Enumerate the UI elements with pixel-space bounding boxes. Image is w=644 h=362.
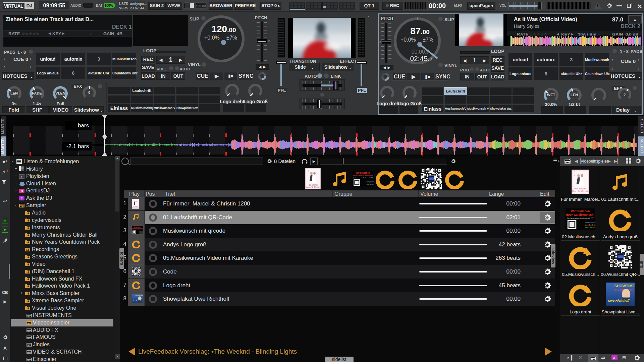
svg-text:Für Immer: Für Immer xyxy=(308,184,318,186)
svg-text:Ihren Musikwunsch!: Ihren Musikwunsch! xyxy=(353,174,373,177)
svg-text:Für Immer: Für Immer xyxy=(574,187,586,190)
svg-text:♬: ♬ xyxy=(613,356,616,359)
svg-text:den Code mit: den Code mit xyxy=(585,224,595,226)
svg-text:dem Handy: dem Handy xyxy=(367,184,374,185)
svg-text:SHOWTIME: SHOWTIME xyxy=(614,284,635,288)
svg-text:Sie haben einen Musikwunsch ??: Sie haben einen Musikwunsch ??? xyxy=(132,229,143,230)
svg-text:dem Handy: dem Handy xyxy=(585,226,595,228)
svg-text:den Code mit: den Code mit xyxy=(367,182,374,184)
svg-text:Wir brauchen: Wir brauchen xyxy=(134,227,141,228)
svg-text:Marcel & Christin: Marcel & Christin xyxy=(132,207,139,208)
svg-text:Uwe Richthoff: Uwe Richthoff xyxy=(133,300,141,302)
svg-text:Für Immer: Für Immer xyxy=(133,206,138,207)
svg-text:Ihren Musikwunsch!: Ihren Musikwunsch! xyxy=(132,228,143,229)
svg-text:den Code mit: den Code mit xyxy=(140,232,143,233)
svg-text:G: G xyxy=(20,189,23,193)
svg-text:Marcel & Christin: Marcel & Christin xyxy=(572,190,589,192)
svg-text:Ihren Musikwunsch!: Ihren Musikwunsch! xyxy=(566,213,595,217)
svg-text:dem Handy: dem Handy xyxy=(140,233,143,234)
svg-text:Sie haben einen Musikwunsch ??: Sie haben einen Musikwunsch ??? xyxy=(353,177,372,179)
svg-text:Wir brauchen: Wir brauchen xyxy=(356,172,370,174)
svg-text:Marcel & Christin: Marcel & Christin xyxy=(306,186,320,188)
svg-text:Dann einfach: Dann einfach xyxy=(367,180,374,182)
svg-text:?: ? xyxy=(21,197,23,200)
svg-text:♬: ♬ xyxy=(20,175,23,178)
svg-text:Uwe Richthoff: Uwe Richthoff xyxy=(608,299,630,302)
svg-text:Dann einfach: Dann einfach xyxy=(585,222,595,224)
svg-text:Sie haben einen Musikwunsch ??: Sie haben einen Musikwunsch ??? xyxy=(567,217,593,219)
svg-text:Wir brauchen: Wir brauchen xyxy=(571,209,590,213)
svg-text:Dann einfach: Dann einfach xyxy=(140,231,143,232)
svg-text:SHOWTIME: SHOWTIME xyxy=(135,295,143,296)
